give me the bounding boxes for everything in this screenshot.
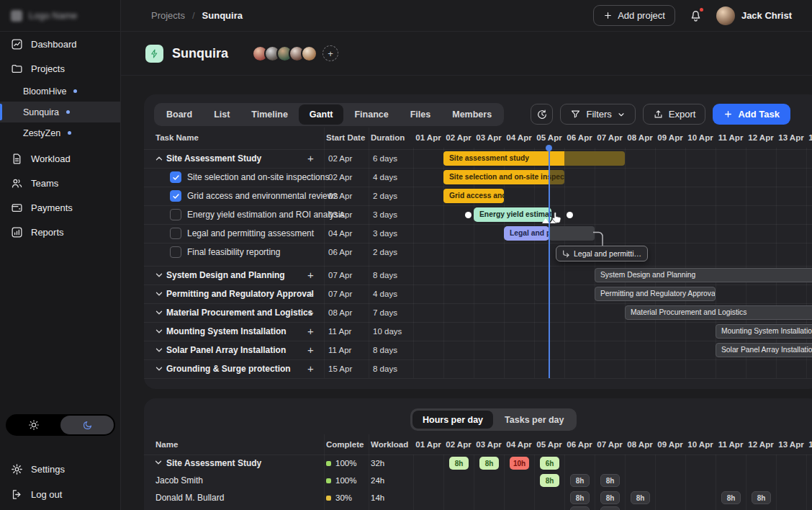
task-checkbox[interactable] — [170, 209, 181, 220]
sidebar-item-label: Workload — [31, 153, 71, 164]
add-project-button[interactable]: Add project — [593, 5, 675, 26]
task-group-name: Grounding & Surge protection — [166, 359, 291, 378]
project-label: BloomHive — [23, 86, 66, 97]
column-header-task-name: Task Name — [155, 133, 199, 142]
duration-cell: 2 days — [373, 187, 397, 205]
duration-cell: 6 days — [373, 149, 397, 168]
chevron-down-icon[interactable] — [154, 364, 164, 374]
drag-handle-right[interactable] — [567, 212, 573, 218]
chevron-down-icon[interactable] — [154, 308, 164, 318]
chevron-up-icon[interactable] — [154, 153, 164, 164]
sidebar-nav: Dashboard Projects BloomHive Sunquira Ze… — [0, 32, 120, 244]
gantt-bar-selected[interactable]: Energy yield estimation… — [474, 207, 551, 222]
gantt-bar-planned[interactable]: Material Procurement and Logistics — [625, 305, 812, 320]
complete-indicator — [326, 496, 331, 501]
breadcrumb-projects[interactable]: Projects — [151, 10, 185, 21]
task-name: Energy yield estimation and ROI analysis — [187, 205, 345, 224]
theme-toggle[interactable] — [6, 414, 115, 436]
add-subtask-button[interactable]: + — [307, 341, 314, 359]
tab-gantt[interactable]: Gantt — [299, 104, 344, 125]
sidebar-item-dashboard[interactable]: Dashboard — [0, 32, 120, 56]
workload-cell: 24h — [371, 472, 384, 489]
column-header-start-date: Start Date — [326, 133, 365, 142]
gantt-bar-planned[interactable]: Solar Panel Array Installation — [716, 343, 812, 357]
app-root: { "app": { "logo_text": "Logo Name" }, "… — [0, 0, 812, 510]
sidebar-project-zestyzen[interactable]: ZestyZen — [0, 122, 120, 143]
tab-files[interactable]: Files — [400, 104, 442, 125]
tasks-per-day-tab[interactable]: Tasks per day — [495, 411, 574, 429]
hours-chip: 8h — [631, 491, 650, 504]
add-subtask-button[interactable]: + — [307, 285, 314, 303]
gantt-bar[interactable]: Site selection and on-site inspections — [443, 170, 564, 184]
tab-list[interactable]: List — [203, 104, 240, 125]
add-subtask-button[interactable]: + — [307, 266, 314, 285]
task-checkbox[interactable] — [170, 246, 181, 258]
gantt-bar-planned[interactable]: Mounting System Installation — [716, 324, 812, 339]
date-header: 07 Apr — [595, 133, 625, 142]
theme-dark-button[interactable] — [60, 416, 114, 434]
gantt-bar-label: Site selection and on-site inspections — [449, 170, 564, 184]
sidebar-item-payments[interactable]: Payments — [0, 195, 120, 220]
sidebar: Logo Name Dashboard Projects BloomHive S… — [0, 0, 121, 510]
history-button[interactable] — [531, 104, 553, 125]
drag-handle-left[interactable] — [465, 212, 472, 218]
logo-text: Logo Name — [29, 10, 77, 21]
hours-chip: 8h — [600, 491, 620, 504]
user-menu[interactable]: Jack Christ — [716, 6, 792, 25]
tab-members[interactable]: Members — [441, 104, 502, 125]
tab-finance[interactable]: Finance — [343, 104, 399, 125]
gantt-bar-active[interactable]: Legal and per… — [504, 226, 549, 241]
date-header: 03 Apr — [474, 133, 504, 142]
add-task-button[interactable]: Add Task — [713, 104, 790, 125]
add-subtask-button[interactable]: + — [307, 303, 314, 322]
chevron-down-icon[interactable] — [154, 326, 164, 336]
chevron-down-icon[interactable] — [154, 270, 164, 280]
tab-timeline[interactable]: Timeline — [240, 104, 298, 125]
task-checkbox[interactable] — [170, 228, 181, 239]
task-group-name: System Design and Planning — [166, 266, 285, 285]
sidebar-item-teams[interactable]: Teams — [0, 171, 120, 195]
hours-chip: 8h — [570, 491, 590, 504]
filters-button[interactable]: Filters — [560, 104, 635, 125]
add-subtask-button[interactable]: + — [307, 322, 314, 341]
task-checkbox[interactable] — [170, 171, 181, 183]
task-group-name: Mounting System Installation — [166, 322, 287, 341]
hours-per-day-tab[interactable]: Hours per day — [412, 411, 493, 429]
hours-chip: 8h — [479, 457, 499, 470]
sidebar-item-settings[interactable]: Settings — [0, 457, 121, 481]
export-button[interactable]: Export — [643, 104, 706, 125]
sidebar-project-sunquira[interactable]: Sunquira — [0, 102, 120, 122]
breadcrumb: Projects / Sunquira — [151, 10, 243, 21]
theme-light-button[interactable] — [7, 416, 60, 434]
sidebar-item-logout[interactable]: Log out — [0, 482, 121, 506]
project-header: Sunquira + — [121, 32, 812, 76]
date-header: 08 Apr — [625, 133, 655, 142]
tab-board[interactable]: Board — [155, 104, 203, 125]
sun-icon — [28, 419, 40, 431]
add-subtask-button[interactable]: + — [307, 149, 314, 168]
sidebar-project-bloomhive[interactable]: BloomHive — [0, 81, 120, 102]
gantt-bar[interactable]: Grid access and en… — [443, 189, 504, 203]
chevron-down-icon[interactable] — [153, 457, 163, 468]
date-header: 13 Apr — [776, 133, 806, 142]
sidebar-item-workload[interactable]: Workload — [0, 146, 120, 171]
gantt-bar-planned[interactable]: Permitting and Regulatory Approval — [595, 287, 716, 301]
gantt-bar-planned[interactable]: System Design and Planning — [595, 268, 812, 282]
duration-cell: 3 days — [373, 205, 397, 224]
date-header: 03 Apr — [474, 440, 504, 449]
notifications-button[interactable] — [689, 9, 703, 22]
breadcrumb-separator: / — [192, 10, 195, 21]
member-avatar[interactable] — [301, 45, 317, 62]
sidebar-item-reports[interactable]: Reports — [0, 220, 120, 244]
date-header: 10 Apr — [685, 440, 716, 449]
add-member-button[interactable]: + — [322, 45, 338, 61]
sidebar-item-projects[interactable]: Projects — [0, 56, 120, 81]
chevron-down-icon[interactable] — [154, 289, 164, 299]
duration-cell: 4 days — [373, 285, 397, 303]
task-checkbox[interactable] — [170, 190, 181, 202]
gantt-bar[interactable]: Site assessment study — [443, 151, 625, 166]
chevron-down-icon[interactable] — [154, 345, 164, 355]
workload-row: Site Assessment Study100%32h8h8h10h6h — [144, 455, 812, 472]
add-subtask-button[interactable]: + — [307, 359, 314, 378]
workload-row: Jacob Smith100%24h8h8h8h — [144, 472, 812, 489]
